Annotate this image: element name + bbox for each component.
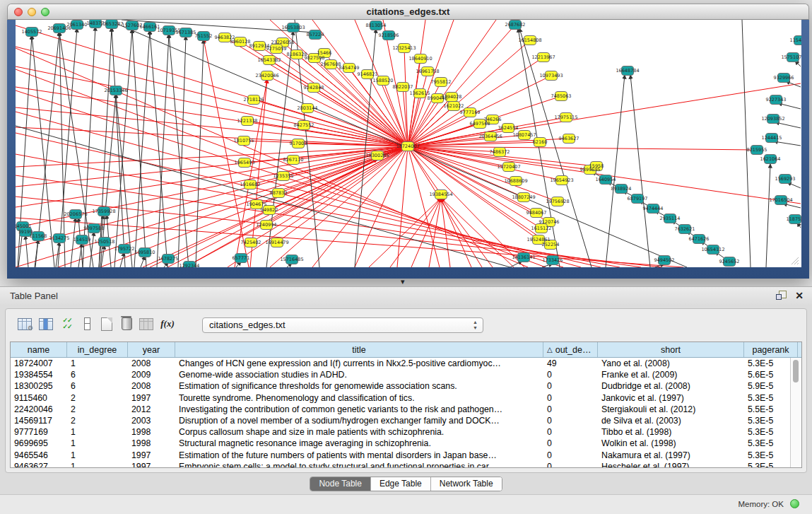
network-view-frame: 1405572206914062061340148377106532871527…: [7, 20, 809, 279]
graph-node-label: 1904675: [247, 201, 267, 207]
graph-node-label: 20364456: [478, 134, 502, 139]
column-header-in_degree[interactable]: in_degree: [67, 342, 128, 357]
table-cell: 1997: [128, 450, 175, 460]
table-row[interactable]: 2242004622012Investigating the contribut…: [11, 404, 801, 415]
table-row[interactable]: 1872400712008Changes of HCN gene express…: [11, 358, 801, 369]
graph-node-label: 1134275: [49, 235, 70, 241]
vertical-cells-icon[interactable]: [78, 315, 96, 333]
graph-node-label: 9245652: [719, 259, 740, 264]
table-vertical-scrollbar[interactable]: [790, 358, 801, 467]
graph-edge: [774, 141, 801, 146]
graph-node-label: 10807457: [512, 132, 536, 138]
graph-node-label: 18724007: [396, 144, 419, 149]
table-cell: 0: [543, 381, 598, 391]
float-panel-icon[interactable]: [776, 291, 787, 300]
table-cell: Wolkin et al. (1998): [598, 438, 744, 448]
graph-edge: [35, 240, 38, 267]
resize-grip-icon[interactable]: [789, 255, 800, 266]
table-row[interactable]: 969969511998Structural magnetic resonanc…: [11, 438, 801, 449]
delete-trash-icon[interactable]: [117, 315, 136, 333]
graph-node-label: 751552: [195, 33, 213, 39]
table-panel-titlebar[interactable]: Table Panel ✕: [0, 287, 812, 305]
graph-node-label: 9463627: [559, 136, 579, 141]
table-cell: 1998: [128, 427, 175, 437]
table-row[interactable]: 946554611997Estimation of the future num…: [11, 450, 801, 461]
graph-node-label: 16961758: [416, 69, 439, 74]
graph-edge: [196, 40, 204, 267]
table-row[interactable]: 911546021997Tourette syndrome. Phenomeno…: [11, 392, 801, 404]
table-cell: Hescheler et al. (1997): [598, 462, 744, 468]
column-header-short[interactable]: short: [598, 342, 744, 357]
graph-node-label: 8454749: [339, 65, 360, 71]
table-settings-icon[interactable]: ⚙: [16, 315, 34, 333]
table-cell: 0: [543, 393, 598, 403]
table-row[interactable]: 946362711997Embryonic stem cells: a mode…: [11, 461, 801, 468]
network-canvas[interactable]: 1405572206914062061340148377106532871527…: [16, 20, 801, 267]
table-tabset: Node TableEdge TableNetwork Table: [310, 477, 502, 491]
graph-node-label: 23420046: [255, 73, 278, 78]
select-columns-icon[interactable]: [37, 315, 55, 333]
delete-table-icon[interactable]: [137, 315, 155, 333]
graph-edge: [25, 235, 28, 267]
graph-edge: [132, 29, 146, 267]
table-header-row: namein_degreeyeartitle△out_de…shortpager…: [11, 342, 801, 358]
table-source-value: citations_edges.txt: [209, 320, 286, 330]
table-row[interactable]: 1830029562008Estimation of significance …: [11, 380, 801, 392]
graph-node-label: 1292344: [180, 263, 200, 268]
graph-node-label: 16053803: [281, 25, 305, 30]
graph-node-label: 17359928: [92, 209, 115, 214]
table-cell: 2003: [128, 416, 175, 426]
function-icon[interactable]: f(x): [158, 315, 177, 333]
graph-edge: [71, 218, 76, 267]
column-header-out_de[interactable]: △out_de…: [543, 342, 598, 357]
graph-edge: [254, 100, 408, 146]
table-cell: Tourette syndrome. Phenomenology and cla…: [175, 393, 543, 403]
graph-node-label: 6471626: [689, 236, 710, 242]
column-header-pagerank[interactable]: pagerank: [744, 342, 798, 357]
graph-node-label: 12093852: [761, 116, 784, 122]
table-source-dropdown[interactable]: citations_edges.txt ▲▼: [202, 317, 483, 333]
graph-node-label: 1621022: [444, 103, 464, 109]
graph-edge: [116, 94, 132, 267]
graph-node-label: 15466: [317, 50, 332, 56]
graph-node-label: 118753: [787, 216, 801, 222]
graph-node-label: 1235355: [273, 173, 294, 179]
graph-node-label: 887833: [270, 190, 288, 196]
panel-resize-cursor-icon: ▾: [401, 277, 405, 286]
graph-node-label: 10973493: [539, 73, 563, 78]
table-row[interactable]: 977716911998Corpus callosum shape and si…: [11, 426, 801, 438]
window-titlebar[interactable]: citations_edges.txt: [7, 4, 809, 20]
graph-node-label: 8267110: [283, 157, 304, 163]
node-table: namein_degreeyeartitle△out_de…shortpager…: [10, 341, 802, 468]
close-panel-icon[interactable]: ✕: [795, 291, 804, 300]
graph-node-label: 12325413: [392, 45, 416, 51]
column-header-title[interactable]: title: [175, 342, 543, 357]
new-file-icon[interactable]: [98, 315, 116, 333]
table-cell: Yano et al. (2008): [598, 358, 744, 368]
tab-edge-table[interactable]: Edge Table: [371, 477, 431, 491]
column-header-year[interactable]: year: [128, 342, 175, 357]
scrollbar-thumb[interactable]: [793, 360, 799, 382]
graph-node-label: 2967608: [321, 62, 341, 67]
graph-node-label: 917003: [290, 141, 307, 146]
graph-node-label: 8215955: [747, 147, 767, 153]
graph-node-label: 15716485: [280, 257, 303, 262]
tab-network-table[interactable]: Network Table: [431, 477, 502, 491]
graph-node-label: 9777169: [460, 110, 481, 115]
table-cell: 2: [67, 416, 128, 426]
graph-edge: [766, 164, 770, 267]
table-cell: de Silva et al. (2003): [598, 416, 744, 426]
table-row[interactable]: 1456911722003Disruption of a novel membe…: [11, 415, 801, 426]
memory-status-indicator: [790, 499, 799, 508]
graph-node-label: 1678275: [158, 256, 179, 262]
table-cell: 2009: [128, 370, 175, 380]
graph-node-label: 20153346: [104, 88, 127, 93]
column-header-name[interactable]: name: [11, 342, 67, 357]
tab-node-table[interactable]: Node Table: [310, 477, 371, 491]
row-checks-icon[interactable]: ✓✓✓✓: [58, 315, 76, 333]
network-svg: 1405572206914062061340148377106532871527…: [16, 20, 801, 267]
graph-node-label: 9329966: [774, 75, 794, 81]
graph-node-label: 15958: [589, 163, 604, 169]
table-row[interactable]: 1938455462009Genome-wide association stu…: [11, 369, 801, 380]
graph-node-label: 9227343: [766, 97, 787, 103]
